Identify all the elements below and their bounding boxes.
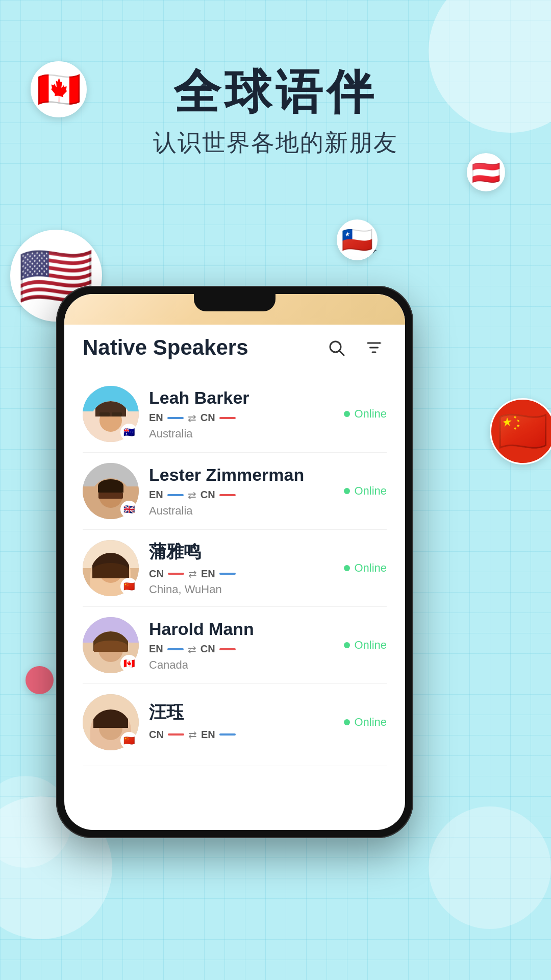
filter-button[interactable] [361, 335, 387, 360]
user-info: Leah Barker EN ⇄ CN Australia [149, 388, 334, 440]
lang-from: CN [149, 568, 164, 580]
avatar-wrap: 🇨🇳 [83, 540, 139, 596]
lang-bar-en [167, 648, 184, 650]
lang-bar-cn [219, 417, 236, 419]
status-text: Online [354, 716, 387, 729]
status-text: Online [354, 561, 387, 575]
swap-icon: ⇄ [188, 568, 197, 580]
status-dot [344, 488, 350, 494]
lang-to: CN [201, 489, 215, 501]
avatar-wrap: 🇨🇦 [83, 617, 139, 673]
flag-badge: 🇨🇳 [120, 732, 138, 749]
lang-bar-en [219, 733, 236, 736]
lang-to: CN [201, 643, 215, 655]
user-name: Lester Zimmerman [149, 465, 334, 485]
lang-bar-cn [219, 494, 236, 496]
user-status: Online [344, 407, 387, 421]
lang-to: EN [201, 568, 215, 580]
main-headline: 全球语伴 [0, 66, 551, 118]
user-location: Canada [149, 658, 334, 672]
lang-to: CN [201, 412, 215, 424]
lang-row: EN ⇄ CN [149, 643, 334, 655]
user-item[interactable]: 🇨🇳 汪珏 CN ⇄ EN [83, 684, 387, 766]
search-button[interactable] [323, 335, 349, 360]
swap-icon: ⇄ [188, 728, 197, 741]
avatar-wrap: 🇦🇺 [83, 386, 139, 442]
filter-icon [365, 338, 383, 357]
lang-from: EN [149, 412, 163, 424]
decorative-pink-dot [26, 666, 54, 694]
sub-headline: 认识世界各地的新朋友 [0, 127, 551, 159]
status-dot [344, 719, 350, 725]
lang-bar-cn [219, 648, 236, 650]
search-icon [327, 338, 345, 357]
user-name: 汪珏 [149, 701, 334, 724]
flag-chile: 🇨🇱 [337, 219, 378, 260]
status-text: Online [354, 407, 387, 421]
svg-line-1 [340, 351, 344, 355]
app-header: Native Speakers [83, 325, 387, 360]
flag-austria: 🇦🇹 [467, 153, 505, 191]
flag-badge: 🇬🇧 [120, 501, 138, 518]
user-info: Harold Mann EN ⇄ CN Canada [149, 619, 334, 672]
lang-bar-cn [168, 573, 184, 575]
lang-bar-en [167, 494, 184, 496]
lang-from: CN [149, 729, 164, 741]
user-name: Leah Barker [149, 388, 334, 408]
user-name: Harold Mann [149, 619, 334, 639]
user-info: Lester Zimmerman EN ⇄ CN Australia [149, 465, 334, 518]
header-icons [323, 335, 387, 360]
flag-badge: 🇨🇦 [120, 655, 138, 672]
user-location: Australia [149, 504, 334, 518]
phone-notch [194, 294, 276, 311]
user-item[interactable]: 🇦🇺 Leah Barker EN ⇄ CN Australia [83, 376, 387, 453]
status-text: Online [354, 639, 387, 652]
lang-row: CN ⇄ EN [149, 568, 334, 580]
user-location: Australia [149, 427, 334, 440]
user-location: China, WuHan [149, 583, 334, 596]
avatar-wrap: 🇬🇧 [83, 463, 139, 519]
status-dot [344, 565, 350, 571]
swap-icon: ⇄ [188, 643, 196, 655]
lang-row: EN ⇄ CN [149, 412, 334, 424]
swap-icon: ⇄ [188, 489, 196, 501]
user-status: Online [344, 639, 387, 652]
lang-to: EN [201, 729, 215, 741]
user-item[interactable]: 🇨🇦 Harold Mann EN ⇄ CN Canada [83, 607, 387, 684]
lang-bar-en [167, 417, 184, 419]
lang-row: CN ⇄ EN [149, 728, 334, 741]
user-status: Online [344, 484, 387, 498]
status-dot [344, 642, 350, 648]
user-list: 🇦🇺 Leah Barker EN ⇄ CN Australia [83, 376, 387, 766]
user-name: 蒲雅鸣 [149, 540, 334, 564]
user-status: Online [344, 561, 387, 575]
flag-badge: 🇨🇳 [120, 578, 138, 595]
app-title: Native Speakers [83, 335, 248, 360]
lang-row: EN ⇄ CN [149, 489, 334, 501]
user-info: 蒲雅鸣 CN ⇄ EN China, WuHan [149, 540, 334, 596]
user-info: 汪珏 CN ⇄ EN [149, 701, 334, 744]
status-text: Online [354, 484, 387, 498]
user-status: Online [344, 716, 387, 729]
swap-icon: ⇄ [188, 412, 196, 424]
lang-bar-en [219, 573, 236, 575]
lang-bar-cn [168, 733, 184, 736]
user-item[interactable]: 🇨🇳 蒲雅鸣 CN ⇄ EN China, WuHan [83, 530, 387, 607]
status-dot [344, 411, 350, 417]
phone-screen: Native Speakers [64, 294, 405, 830]
avatar-wrap: 🇨🇳 [83, 694, 139, 750]
headline-area: 全球语伴 认识世界各地的新朋友 [0, 66, 551, 159]
lang-from: EN [149, 643, 163, 655]
lang-from: EN [149, 489, 163, 501]
user-item[interactable]: 🇬🇧 Lester Zimmerman EN ⇄ CN Aust [83, 453, 387, 530]
flag-badge: 🇦🇺 [120, 424, 138, 441]
phone-mockup: Native Speakers [56, 286, 551, 838]
